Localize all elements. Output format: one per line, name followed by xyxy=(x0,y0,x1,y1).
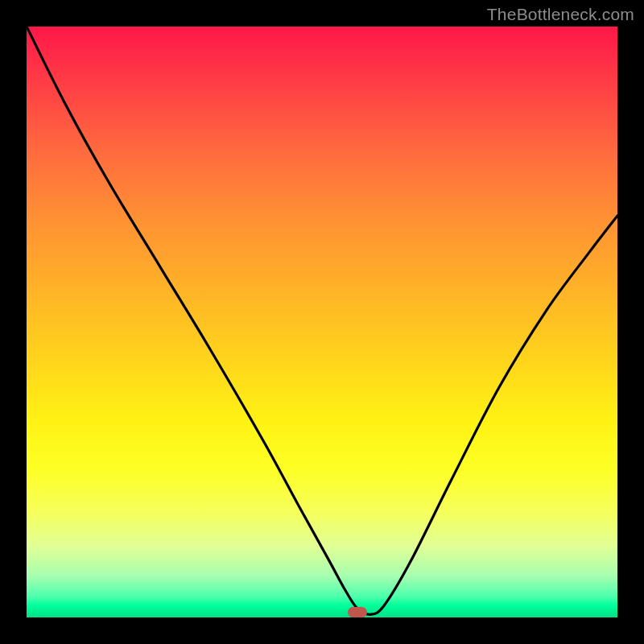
bottleneck-curve xyxy=(27,27,617,614)
optimum-marker xyxy=(348,607,367,617)
curve-svg xyxy=(27,27,617,617)
watermark-text: TheBottleneck.com xyxy=(487,5,634,24)
plot-area xyxy=(27,27,617,617)
chart-frame: TheBottleneck.com xyxy=(0,0,644,644)
